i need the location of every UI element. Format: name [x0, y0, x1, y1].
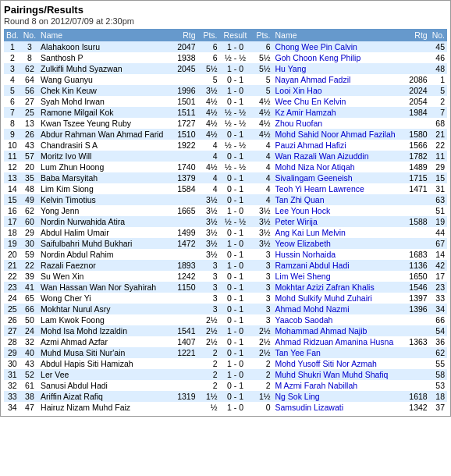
cell-result: 0 - 1 — [219, 336, 250, 347]
cell-rrtg: 1715 — [403, 172, 430, 183]
cell-name: Nordin Abdul Rahim — [38, 249, 170, 260]
cell-bd: 33 — [4, 391, 21, 402]
col-rno: No. — [430, 29, 447, 41]
cell-pts: 3 — [197, 271, 219, 282]
cell-bd: 6 — [4, 96, 21, 107]
cell-no: 48 — [21, 183, 38, 194]
cell-result: ½ - ½ — [219, 162, 250, 172]
cell-rpts: 3 — [250, 249, 272, 260]
col-name: Name — [38, 29, 170, 41]
cell-result: 0 - 1 — [219, 347, 250, 358]
cell-rrtg: 2054 — [403, 96, 430, 107]
cell-rtg — [170, 151, 197, 162]
cell-result: 0 - 1 — [219, 96, 250, 107]
cell-rpts: 5 — [250, 74, 272, 85]
cell-result: 1 - 0 — [219, 369, 250, 380]
table-body: 1 3 Alahakoon Isuru 2047 6 1 - 0 6 Chong… — [4, 41, 447, 413]
cell-no: 25 — [21, 107, 38, 118]
cell-result: 0 - 1 — [219, 151, 250, 162]
cell-result: 0 - 1 — [219, 129, 250, 140]
cell-name: Zulkifli Muhd Syazwan — [38, 63, 170, 74]
cell-rtg: 1511 — [170, 107, 197, 118]
table-row: 9 26 Abdur Rahman Wan Ahmad Farid 1510 4… — [4, 129, 447, 140]
cell-pts: 2½ — [197, 325, 219, 336]
cell-bd: 5 — [4, 85, 21, 96]
cell-result: 1 - 0 — [219, 63, 250, 74]
cell-rname: Tan Zhi Quan — [272, 194, 402, 205]
cell-no: 38 — [21, 391, 38, 402]
cell-rrtg: 2024 — [403, 85, 430, 96]
cell-name: Su Wen Xin — [38, 271, 170, 282]
cell-rrtg: 1588 — [403, 216, 430, 227]
cell-rno: 33 — [430, 293, 447, 304]
cell-no: 64 — [21, 74, 38, 85]
cell-pts: 5 — [197, 74, 219, 85]
cell-rrtg — [403, 118, 430, 129]
cell-rpts: 3 — [250, 282, 272, 293]
cell-rname: Ramzani Abdul Hadi — [272, 260, 402, 271]
cell-result: 0 - 1 — [219, 249, 250, 260]
cell-rname: Wee Chu En Kelvin — [272, 96, 402, 107]
cell-rno: 51 — [430, 205, 447, 216]
cell-rrtg: 1397 — [403, 293, 430, 304]
cell-rrtg: 1580 — [403, 129, 430, 140]
cell-rno: 37 — [430, 402, 447, 413]
cell-name: Syah Mohd Irwan — [38, 96, 170, 107]
cell-name: Chek Kin Keuw — [38, 85, 170, 96]
table-row: 18 29 Abdul Halim Umair 1499 3½ 0 - 1 3½… — [4, 227, 447, 238]
cell-bd: 9 — [4, 129, 21, 140]
table-row: 28 32 Azmi Ahmad Azfar 1407 2½ 0 - 1 2½ … — [4, 336, 447, 347]
cell-rname: Mohd Yusoff Siti Nor Azmah — [272, 358, 402, 369]
cell-name: Baba Marsyitah — [38, 172, 170, 183]
cell-bd: 30 — [4, 358, 21, 369]
cell-result: 1 - 0 — [219, 402, 250, 413]
cell-no: 29 — [21, 227, 38, 238]
cell-bd: 17 — [4, 216, 21, 227]
cell-rno: 46 — [430, 52, 447, 63]
table-row: 23 41 Wan Hassan Wan Nor Syahirah 1150 3… — [4, 282, 447, 293]
cell-result: 0 - 1 — [219, 172, 250, 183]
cell-rpts: 4 — [250, 183, 272, 194]
cell-rname: Ng Sok Ling — [272, 391, 402, 402]
cell-name: Wan Hassan Wan Nor Syahirah — [38, 282, 170, 293]
cell-rtg — [170, 74, 197, 85]
table-row: 29 40 Muhd Musa Siti Nur'ain 1221 2 0 - … — [4, 347, 447, 358]
cell-rpts: 4½ — [250, 118, 272, 129]
cell-rtg: 1584 — [170, 183, 197, 194]
cell-bd: 25 — [4, 304, 21, 314]
cell-name: Sanusi Abdul Hadi — [38, 380, 170, 391]
cell-bd: 14 — [4, 183, 21, 194]
cell-name: Yong Jenn — [38, 205, 170, 216]
cell-name: Lim Kim Siong — [38, 183, 170, 194]
cell-no: 62 — [21, 63, 38, 74]
col-no: No. — [21, 29, 38, 41]
cell-name: Wong Cher Yi — [38, 293, 170, 304]
cell-rtg: 1501 — [170, 96, 197, 107]
table-row: 24 65 Wong Cher Yi 3 0 - 1 3 Mohd Sulkif… — [4, 293, 447, 304]
cell-pts: 4½ — [197, 162, 219, 172]
cell-rrtg: 1618 — [403, 391, 430, 402]
cell-result: ½ - ½ — [219, 118, 250, 129]
cell-rno: 21 — [430, 129, 447, 140]
cell-result: 0 - 1 — [219, 282, 250, 293]
cell-rpts: 4 — [250, 151, 272, 162]
table-row: 15 49 Kelvin Timotius 3½ 0 - 1 4 Tan Zhi… — [4, 194, 447, 205]
cell-rpts: 3 — [250, 271, 272, 282]
cell-rpts: 4 — [250, 162, 272, 172]
cell-pts: 3 — [197, 260, 219, 271]
cell-rno: 55 — [430, 358, 447, 369]
cell-rpts: 3½ — [250, 238, 272, 249]
cell-no: 43 — [21, 140, 38, 151]
cell-rpts: 2 — [250, 358, 272, 369]
table-row: 31 52 Ler Vee 2 1 - 0 2 Muhd Shukri Wan … — [4, 369, 447, 380]
cell-bd: 29 — [4, 347, 21, 358]
cell-rpts: 2½ — [250, 336, 272, 347]
cell-result: 1 - 0 — [219, 358, 250, 369]
cell-pts: 3 — [197, 304, 219, 314]
cell-rname: Yeow Elizabeth — [272, 238, 402, 249]
cell-name: Nordin Nurwahida Atira — [38, 216, 170, 227]
cell-bd: 10 — [4, 140, 21, 151]
cell-rno: 11 — [430, 151, 447, 162]
cell-rno: 19 — [430, 216, 447, 227]
cell-result: ½ - ½ — [219, 52, 250, 63]
